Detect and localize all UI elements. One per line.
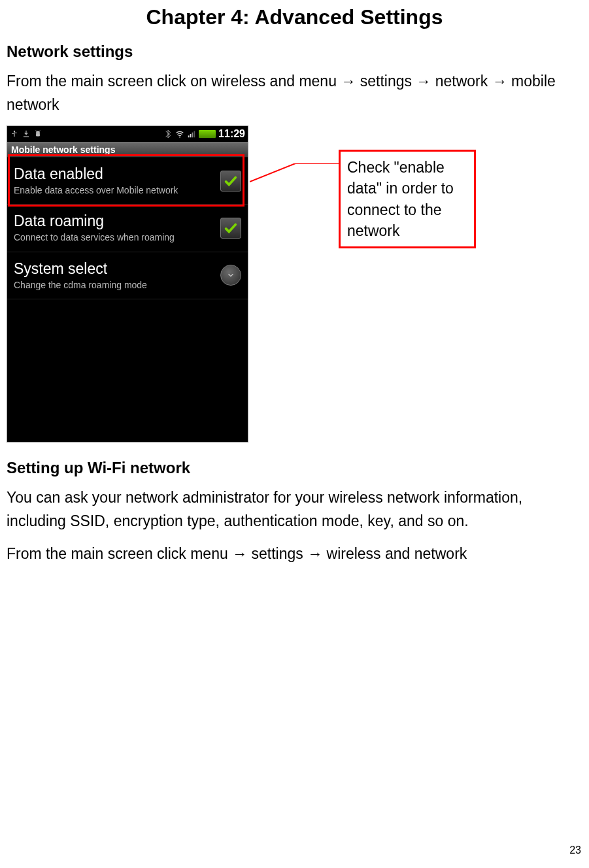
svg-point-7	[179, 137, 180, 138]
callout-leader-line	[250, 163, 340, 190]
section2-body2: From the main screen click menu → settin…	[7, 542, 582, 566]
svg-rect-3	[15, 133, 16, 133]
svg-rect-4	[36, 133, 40, 137]
callout-box: Check "enable data" in order to connect …	[339, 150, 476, 248]
checkbox-data-enabled[interactable]	[220, 171, 241, 192]
svg-line-6	[39, 130, 41, 131]
status-clock: 11:29	[218, 128, 245, 140]
bluetooth-icon	[163, 129, 173, 139]
row-subtitle: Change the cdma roaming mode	[14, 279, 215, 291]
android-icon	[33, 129, 42, 139]
check-icon	[224, 174, 238, 188]
figure-area: 11:29 Mobile network settings Data enabl…	[7, 125, 582, 446]
row-title: System select	[14, 260, 215, 278]
row-title: Data roaming	[14, 212, 215, 230]
download-icon	[22, 129, 31, 139]
section-wifi-title: Setting up Wi-Fi network	[7, 459, 582, 477]
page-number: 23	[569, 844, 581, 856]
svg-rect-9	[190, 134, 192, 137]
phone-screenshot: 11:29 Mobile network settings Data enabl…	[7, 125, 248, 442]
svg-line-5	[36, 130, 37, 131]
svg-rect-11	[194, 131, 195, 138]
row-system-select[interactable]: System select Change the cdma roaming mo…	[7, 252, 248, 299]
check-icon	[224, 221, 238, 235]
disclosure-system-select[interactable]	[220, 265, 241, 286]
row-data-enabled[interactable]: Data enabled Enable data access over Mob…	[7, 158, 248, 205]
checkbox-data-roaming[interactable]	[220, 218, 241, 239]
signal-icon	[187, 129, 196, 139]
svg-rect-10	[192, 133, 194, 138]
section-network-settings-title: Network settings	[7, 42, 582, 61]
chapter-title: Chapter 4: Advanced Settings	[7, 5, 582, 29]
status-bar: 11:29	[7, 126, 248, 142]
svg-rect-8	[188, 136, 190, 138]
row-subtitle: Connect to data services when roaming	[14, 231, 215, 243]
row-subtitle: Enable data access over Mobile network	[14, 184, 215, 196]
wifi-icon	[175, 129, 184, 139]
row-title: Data enabled	[14, 165, 215, 183]
svg-rect-1	[14, 131, 14, 137]
chevron-down-icon	[226, 271, 235, 280]
battery-icon	[199, 130, 216, 138]
section1-body: From the main screen click on wireless a…	[7, 70, 582, 116]
section2-body1: You can ask your network administrator f…	[7, 486, 582, 533]
row-data-roaming[interactable]: Data roaming Connect to data services wh…	[7, 205, 248, 252]
svg-rect-2	[12, 133, 14, 134]
usb-icon	[10, 129, 19, 139]
callout-text: Check "enable data" in order to connect …	[347, 159, 454, 239]
screen-title: Mobile network settings	[7, 142, 248, 158]
